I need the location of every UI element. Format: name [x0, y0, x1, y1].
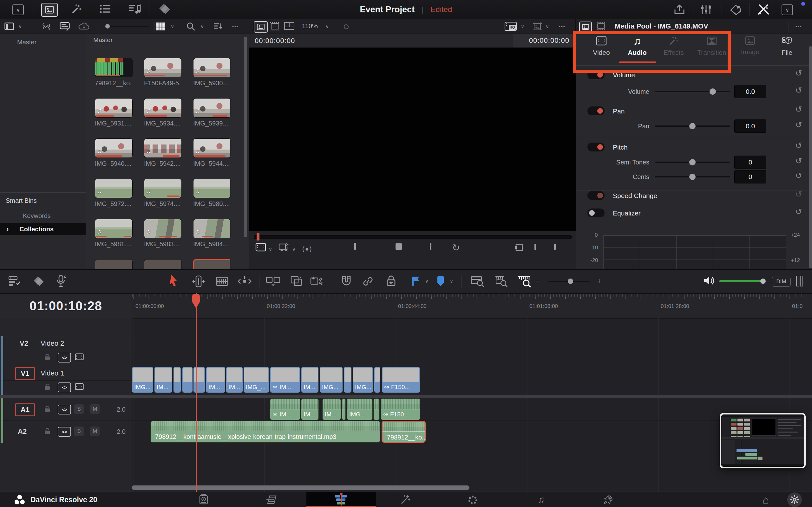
pan-value-field[interactable]: 0.0 — [734, 119, 766, 133]
timeline-ruler[interactable]: 01:00:00:00 01:00:22:00 01:00:44:00 01:0… — [132, 293, 812, 319]
cents-reset-icon[interactable]: ↺ — [795, 171, 802, 181]
thumbnail-size-slider[interactable] — [105, 26, 149, 27]
audio-trim-view-button[interactable] — [278, 242, 290, 252]
speed-change-reset-icon[interactable]: ↺ — [795, 189, 802, 199]
pan-slider[interactable] — [655, 125, 730, 127]
timeline-volume-slider[interactable] — [719, 280, 763, 282]
playback-quality-button[interactable]: HQ — [504, 21, 517, 31]
bin-panel-toggle[interactable] — [4, 22, 14, 30]
panel-layout-button[interactable]: ∨ — [781, 4, 793, 15]
tab-effects[interactable]: Effects — [656, 36, 691, 65]
media-clip[interactable]: ♫IMG_5984.... — [193, 219, 230, 259]
media-clip[interactable]: ♫IMG_5940.... — [95, 138, 132, 179]
semitones-value-field[interactable]: 0 — [734, 156, 766, 169]
pan-keyframe-reset-icon[interactable]: ↺ — [795, 105, 802, 114]
timeline-clip-audio[interactable]: F150... — [380, 398, 420, 420]
dim-button[interactable]: DIM — [772, 277, 791, 287]
timeline-clip-audio[interactable]: IM... — [322, 398, 341, 420]
track-v1-lock-icon[interactable] — [44, 383, 51, 391]
chevron-down-icon[interactable]: ∨ — [450, 278, 453, 284]
chevron-down-icon[interactable]: ∨ — [292, 246, 296, 252]
pan-reset-icon[interactable]: ↺ — [795, 120, 802, 130]
media-clip[interactable]: ♫IMG_5981.... — [95, 219, 132, 259]
media-clip[interactable]: ♫IMG_5974.... — [144, 179, 181, 219]
track-a1-mute-button[interactable]: M — [90, 404, 100, 414]
slider-thumb[interactable] — [689, 123, 696, 129]
go-to-last-frame-button[interactable] — [428, 243, 432, 250]
timeline-clip-audio[interactable] — [373, 398, 380, 420]
playhead-line[interactable] — [196, 293, 197, 492]
track-v2-lock-icon[interactable] — [44, 353, 51, 361]
viewer-screen[interactable] — [249, 48, 576, 231]
page-fairlight[interactable]: ♫ — [534, 492, 548, 507]
stop-button[interactable] — [396, 243, 402, 250]
sound-library-button[interactable] — [128, 3, 142, 15]
timeline-track-area[interactable] — [132, 319, 812, 492]
go-to-first-frame-button[interactable] — [354, 243, 357, 250]
viewer-zoom-select[interactable]: 110% — [302, 22, 318, 30]
razor-edit-mode-button[interactable] — [215, 275, 229, 287]
viewer-scrubber[interactable] — [254, 235, 571, 239]
slider-thumb[interactable] — [689, 174, 696, 180]
timeline-clip-video[interactable]: IM... — [270, 367, 300, 393]
timeline-clip-video[interactable] — [182, 367, 193, 393]
volume-value-field[interactable]: 0.0 — [734, 85, 766, 98]
timeline-clip-video[interactable]: IM... — [301, 367, 319, 393]
timeline-clip-video[interactable] — [173, 367, 181, 393]
media-clip[interactable]: ♫IMG_5944.... — [193, 138, 230, 179]
speed-change-toggle[interactable] — [588, 191, 605, 200]
timeline-clip-audio[interactable]: IM... — [270, 398, 300, 420]
track-v1-id[interactable]: V1 — [15, 367, 35, 380]
timeline-clip-video[interactable] — [344, 367, 352, 393]
viewer-source-mode-button[interactable] — [255, 243, 266, 251]
more-options-button[interactable]: ••• — [232, 24, 239, 29]
page-color[interactable] — [466, 492, 479, 507]
flag-clip-button[interactable] — [412, 276, 420, 287]
metadata-button[interactable] — [729, 4, 742, 15]
slider-thumb[interactable] — [568, 279, 573, 284]
slider-thumb[interactable] — [710, 89, 716, 95]
track-v2-film-icon[interactable] — [75, 353, 84, 360]
snapping-button[interactable] — [340, 275, 353, 287]
track-a1-autoselect[interactable]: <> — [58, 405, 71, 414]
overwrite-clip-button[interactable] — [290, 275, 304, 287]
inspector-scrollbar[interactable] — [809, 46, 812, 268]
media-clip[interactable]: ♫IMG_5939.... — [193, 98, 230, 138]
page-media[interactable] — [197, 492, 211, 507]
tab-image[interactable]: Image — [733, 36, 768, 65]
cents-slider[interactable] — [655, 176, 730, 177]
media-clip[interactable]: ♫IMG_5942.... — [144, 138, 181, 179]
semitones-slider[interactable] — [655, 162, 730, 163]
media-pool-toggle-button[interactable] — [41, 3, 58, 17]
tab-file[interactable]: File — [769, 36, 804, 65]
replace-clip-button[interactable] — [310, 275, 325, 287]
viewer-resize-button[interactable] — [532, 22, 542, 31]
chevron-down-icon[interactable]: ∨ — [325, 24, 329, 30]
chevron-down-icon[interactable]: ∨ — [269, 246, 272, 252]
pan-toggle[interactable] — [588, 107, 605, 115]
track-a1-solo-button[interactable]: S — [74, 404, 84, 414]
semitones-reset-icon[interactable]: ↺ — [795, 156, 802, 166]
viewer-split-mode-button[interactable] — [284, 22, 294, 30]
media-clip[interactable]: ♫IMG_5934.... — [144, 98, 181, 138]
screenshot-preview-window[interactable] — [720, 413, 806, 468]
chevron-down-icon[interactable]: ∨ — [546, 24, 549, 30]
track-v2-autoselect[interactable]: <> — [58, 353, 71, 362]
timeline-clip-video[interactable] — [374, 367, 380, 393]
pitch-toggle[interactable] — [588, 143, 605, 152]
bin-item-keywords[interactable]: Keywords — [23, 212, 51, 220]
media-clip[interactable]: 798912__ko... — [95, 58, 132, 98]
tab-audio[interactable]: ♫ Audio — [620, 36, 655, 65]
timeline-clip-video[interactable]: IMG... — [352, 367, 373, 393]
edit-index-button[interactable] — [100, 4, 111, 14]
insert-clip-button[interactable] — [266, 275, 281, 287]
timeline-clip-music[interactable]: 798912__kontraamusic__xplosive-korean-tr… — [150, 421, 380, 443]
media-clip[interactable]: ♫IMG_5980.... — [193, 179, 230, 219]
page-cut[interactable] — [265, 492, 279, 507]
grid-view-button[interactable] — [156, 22, 165, 31]
page-deliver[interactable] — [601, 492, 615, 507]
selection-mode-button[interactable] — [169, 274, 179, 288]
chevron-down-icon[interactable]: ∨ — [200, 24, 204, 30]
volume-reset-icon[interactable]: ↺ — [795, 86, 802, 95]
previous-edit-button[interactable] — [554, 244, 556, 250]
